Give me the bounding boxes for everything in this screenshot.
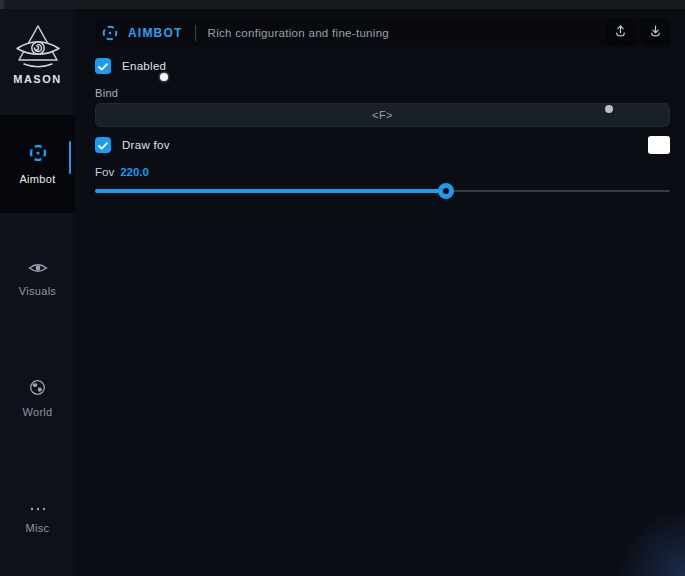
window-top-strip-edge <box>0 0 4 9</box>
section-subtitle: Rich configuration and fine-tuning <box>208 27 390 39</box>
main-content: AIMBOT Rich configuration and fine-tunin… <box>75 9 685 576</box>
corner-glow <box>615 506 685 576</box>
app-logo-label: MASON <box>0 73 75 85</box>
header-divider <box>195 25 196 41</box>
sidebar-item-aimbot[interactable]: Aimbot <box>0 115 75 213</box>
sidebar-item-label: World <box>22 406 52 418</box>
enabled-checkbox[interactable] <box>95 58 111 74</box>
enabled-label: Enabled <box>122 60 166 72</box>
mason-eye-pyramid-icon <box>0 23 75 71</box>
fov-color-swatch[interactable] <box>648 136 670 154</box>
ellipsis-icon <box>29 498 47 516</box>
app-logo: MASON <box>0 23 75 85</box>
bind-input[interactable]: <F> <box>95 103 670 127</box>
sidebar-item-label: Aimbot <box>19 173 55 185</box>
sidebar-item-world[interactable]: World <box>0 374 75 422</box>
bind-label: Bind <box>95 87 118 99</box>
section-header: AIMBOT Rich configuration and fine-tunin… <box>95 18 670 47</box>
slider-thumb[interactable] <box>438 183 454 199</box>
sidebar: MASON Aimbot Visuals World <box>0 9 75 576</box>
check-icon <box>98 57 108 75</box>
bind-value: <F> <box>372 109 393 121</box>
window-top-strip <box>0 0 685 9</box>
fov-label: Fov <box>95 166 114 178</box>
upload-icon <box>613 23 628 42</box>
export-config-button[interactable] <box>606 18 635 47</box>
import-config-button[interactable] <box>641 18 670 47</box>
globe-icon <box>29 379 46 400</box>
sidebar-item-label: Visuals <box>19 285 56 297</box>
sidebar-item-misc[interactable]: Misc <box>0 492 75 540</box>
draw-fov-label: Draw fov <box>122 139 170 151</box>
draw-fov-checkbox[interactable] <box>95 137 111 153</box>
check-icon <box>98 136 108 154</box>
section-title: AIMBOT <box>128 26 183 40</box>
eye-icon <box>28 261 48 279</box>
sidebar-item-label: Misc <box>26 522 50 534</box>
download-icon <box>648 23 663 42</box>
sidebar-item-visuals[interactable]: Visuals <box>0 255 75 303</box>
draw-fov-row: Draw fov <box>95 137 170 153</box>
cursor-dot <box>160 73 168 81</box>
cursor-dot-secondary <box>605 105 613 113</box>
enabled-row: Enabled <box>95 58 166 74</box>
slider-fill <box>95 189 446 193</box>
crosshair-icon <box>28 143 48 167</box>
fov-label-row: Fov 220.0 <box>95 166 149 178</box>
crosshair-icon <box>101 24 119 42</box>
fov-value: 220.0 <box>120 166 149 178</box>
selected-indicator <box>69 141 71 174</box>
fov-slider[interactable] <box>95 183 670 199</box>
